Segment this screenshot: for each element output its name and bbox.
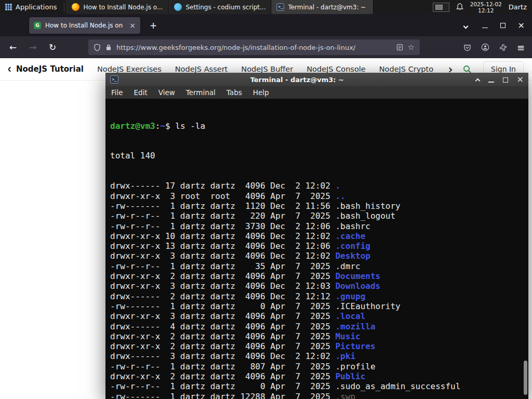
terminal-menu-item[interactable]: Tabs [227,88,242,97]
prompt-path: ~ [160,121,165,131]
file-name: .config [335,241,370,251]
minimize-icon [482,28,488,29]
applications-grid-icon [5,4,12,10]
reload-button[interactable]: ↻ [45,39,60,55]
file-meta: drwx------ 17 dartz dartz 4096 Dec 2 12:… [110,181,335,191]
gfg-nav-link[interactable]: NodeJS Assert [175,65,228,73]
search-icon[interactable] [463,65,472,74]
applications-menu-button[interactable]: Applications [0,0,62,14]
forward-button[interactable]: → [25,39,41,55]
taskbar-window-button[interactable]: How to Install Node.js o... [66,0,169,14]
taskbar-window-button[interactable]: Settings - codium script... [169,0,271,14]
terminal-scrollbar[interactable] [523,100,528,398]
terminal-window: >_ Terminal - dartz@vm3: ~ × FileEditVie… [105,73,528,399]
file-name: Downloads [335,281,380,291]
prompt-symbol: $ [165,121,175,131]
terminal-menu-item[interactable]: View [158,88,175,97]
clock-time: 12:12 [478,7,494,14]
file-row: drwx------ 4 dartz dartz 4096 Apr 7 2025… [110,322,528,331]
terminal-titlebar[interactable]: >_ Terminal - dartz@vm3: ~ × [105,73,528,86]
pocket-icon[interactable] [463,44,471,51]
file-row: drwxr-xr-x 2 dartz dartz 4096 Apr 7 2025… [110,271,528,281]
file-row: drwxr-xr-x 3 dartz dartz 4096 Dec 2 12:0… [110,281,528,291]
terminal-menu-item[interactable]: Terminal [186,88,216,97]
file-meta: drwxr-xr-x 3 root root 4096 Apr 7 2025 [110,191,335,201]
maximize-button[interactable] [500,20,506,30]
terminal-menubar: FileEditViewTerminalTabsHelp [105,86,528,99]
window-controls: × [482,20,525,30]
file-meta: drwxr-xr-x 2 dartz dartz 4096 Apr 7 2025 [110,341,335,351]
file-meta: -rw------- 1 dartz dartz 1120 Dec 2 11:5… [110,201,335,211]
url-text[interactable]: https://www.geeksforgeeks.org/node-js/in… [116,44,392,51]
minimize-button[interactable] [482,20,488,30]
file-meta: -rw------- 1 dartz dartz 0 Apr 7 2025 [110,301,335,311]
account-icon[interactable] [481,43,489,51]
shade-button[interactable] [476,75,480,85]
scrollbar-thumb[interactable] [524,361,527,395]
tracking-shield-icon[interactable] [94,44,101,51]
back-button[interactable]: ← [5,39,21,55]
new-tab-button[interactable]: + [147,19,160,32]
file-row: -rw-r--r-- 1 dartz dartz 35 Apr 7 2025 .… [110,261,528,271]
file-meta: drwx------ 2 dartz dartz 4096 Dec 2 12:1… [110,291,335,301]
gfg-nav-link[interactable]: NodeJS Crypto [379,65,433,73]
reader-view-icon[interactable] [396,44,403,51]
terminal-menu-item[interactable]: Help [253,88,269,97]
file-row: drwx------ 17 dartz dartz 4096 Dec 2 12:… [110,181,528,191]
command-text: ls -la [175,121,205,131]
file-name: .mozilla [335,322,375,331]
file-row: drwxr-xr-x 2 dartz dartz 4096 Apr 7 2025… [110,371,528,381]
tab-close-icon[interactable]: × [129,22,136,29]
file-name: .gnupg [335,291,365,301]
workspace-switcher[interactable] [433,3,449,12]
taskbar-window-list: How to Install Node.js o...Settings - co… [66,0,374,14]
taskbar-window-title: Terminal - dartz@vm3: ~ [288,4,366,11]
gfg-nav-link-label: NodeJS Tutorial [16,64,84,74]
url-bar[interactable]: https://www.geeksforgeeks.org/node-js/in… [88,39,420,55]
terminal-menu-item[interactable]: Edit [134,88,148,97]
gfg-nav-link-label: NodeJS Exercises [97,65,162,73]
file-row: -rw------- 1 dartz dartz 12288 Apr 7 202… [110,392,528,399]
file-row: -rw------- 1 dartz dartz 0 Apr 7 2025 .I… [110,301,528,311]
gfg-nav-scroll-right[interactable] [448,65,451,73]
app-menu-icon[interactable]: ≡ [517,42,525,53]
codium-icon [174,3,182,11]
terminal-maximize-button[interactable] [503,75,508,85]
gfg-nav-link[interactable]: NodeJS Console [307,65,366,73]
browser-tab-bar: G How to Install Node.js on × + × [0,14,532,36]
terminal-minimize-button[interactable] [488,75,494,85]
terminal-body[interactable]: dartz@vm3:~$ ls -la total 140 drwx------… [105,99,528,399]
file-name: Documents [335,271,380,281]
gfg-nav-link[interactable]: NodeJS Exercises [97,65,162,73]
file-meta: drwxr-xr-x 2 dartz dartz 4096 Apr 7 2025 [110,271,335,281]
file-name: Public [335,371,365,381]
bookmark-star-icon[interactable]: ☆ [408,43,415,52]
close-button[interactable]: × [518,21,525,30]
file-name: .swp [335,392,355,399]
taskbar-window-button[interactable]: >_Terminal - dartz@vm3: ~ [271,0,374,14]
file-row: drwxr-xr-x 10 dartz dartz 4096 Dec 2 12:… [110,231,528,241]
file-row: drwxr-xr-x 2 dartz dartz 4096 Apr 7 2025… [110,331,528,341]
extensions-puzzle-icon[interactable] [499,44,507,51]
terminal-window-icon: >_ [110,75,118,84]
gfg-nav-link[interactable]: NodeJS Tutorial [8,64,84,74]
terminal-close-button[interactable]: × [517,75,524,84]
taskbar-clock[interactable]: 2025-12-02 12:12 [470,1,502,14]
terminal-icon: >_ [276,3,284,11]
notification-bell-icon[interactable] [456,3,463,11]
browser-tab[interactable]: G How to Install Node.js on × [29,17,140,34]
gfg-nav-link[interactable]: NodeJS Buffer [241,65,293,73]
gfg-nav-link-label: NodeJS Assert [175,65,228,73]
file-name: .pki [335,351,355,361]
file-row: -rw-r--r-- 1 dartz dartz 0 Apr 7 2025 .s… [110,381,528,391]
file-meta: drwxr-xr-x 10 dartz dartz 4096 Dec 2 12:… [110,231,335,241]
chevron-left-icon [8,66,12,72]
file-meta: drwxr-xr-x 2 dartz dartz 4096 Apr 7 2025 [110,371,335,381]
padlock-icon[interactable] [105,44,112,51]
file-name: .dmrc [335,261,360,271]
tab-title: How to Install Node.js on [45,22,125,29]
file-row: -rw-r--r-- 1 dartz dartz 807 Apr 7 2025 … [110,362,528,371]
file-meta: drwx------ 4 dartz dartz 4096 Apr 7 2025 [110,322,335,331]
list-all-tabs-button[interactable] [464,20,468,30]
terminal-menu-item[interactable]: File [111,88,123,97]
